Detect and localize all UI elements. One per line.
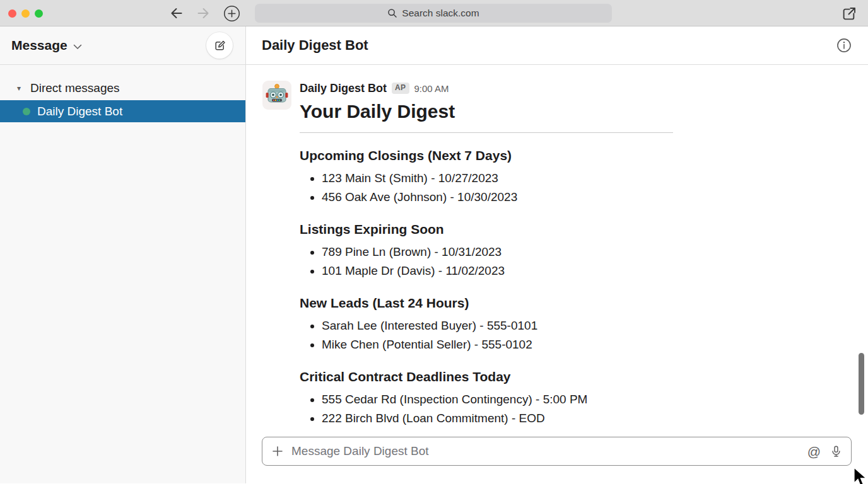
search-placeholder-text: Search slack.com [402, 8, 479, 19]
new-tab-button[interactable] [221, 0, 242, 26]
digest-list: Sarah Lee (Interested Buyer) - 555-0101 … [300, 316, 852, 354]
conversation-pane: Daily Digest Bot [246, 26, 868, 483]
search-icon [387, 8, 397, 18]
digest-section-leads: New Leads (Last 24 Hours) Sarah Lee (Int… [300, 296, 852, 354]
mention-icon[interactable]: @ [807, 445, 821, 458]
content-row: Message ▾ Direct messages Daily Digest B… [0, 26, 868, 483]
direct-messages-section[interactable]: ▾ Direct messages [0, 76, 245, 100]
disclosure-triangle-icon[interactable]: ▾ [17, 84, 21, 93]
sidebar-header: Message [0, 26, 245, 65]
digest-list: 123 Main St (Smith) - 10/27/2023 456 Oak… [300, 169, 852, 207]
message-list[interactable]: Daily Digest Bot AP 9:00 AM Your Daily D… [246, 65, 868, 435]
digest-list: 789 Pine Ln (Brown) - 10/31/2023 101 Map… [300, 243, 852, 280]
compose-icon [213, 39, 226, 52]
open-external-icon [840, 6, 857, 23]
close-window-button[interactable] [8, 9, 16, 18]
list-item: 456 Oak Ave (Johnson) - 10/30/2023 [322, 188, 852, 207]
address-search-bar[interactable]: Search slack.com [255, 4, 612, 23]
list-item: 123 Main St (Smith) - 10/27/2023 [322, 169, 852, 188]
sidebar-item-daily-digest-bot[interactable]: Daily Digest Bot [0, 100, 245, 122]
microphone-icon[interactable] [830, 445, 843, 458]
conversation-info-button[interactable] [835, 37, 853, 54]
message-body: Daily Digest Bot AP 9:00 AM Your Daily D… [300, 81, 852, 428]
list-item: 222 Birch Blvd (Loan Commitment) - EOD [322, 409, 852, 428]
sender-name[interactable]: Daily Digest Bot [300, 82, 387, 95]
robot-icon [264, 83, 290, 108]
dm-group: ▾ Direct messages Daily Digest Bot [0, 65, 245, 122]
digest-section-heading: New Leads (Last 24 Hours) [300, 296, 852, 311]
dm-section-label: Direct messages [30, 81, 120, 95]
list-item: Sarah Lee (Interested Buyer) - 555-0101 [322, 316, 852, 335]
composer: @ [246, 435, 868, 483]
forward-button[interactable] [192, 0, 214, 26]
list-item: 555 Cedar Rd (Inspection Contingency) - … [322, 390, 852, 409]
zoom-window-button[interactable] [35, 9, 43, 18]
sidebar-title[interactable]: Message [11, 38, 67, 53]
digest-section-heading: Upcoming Closings (Next 7 Days) [300, 148, 852, 163]
digest-list: 555 Cedar Rd (Inspection Contingency) - … [300, 390, 852, 428]
message-meta: Daily Digest Bot AP 9:00 AM [300, 81, 852, 96]
message-timestamp[interactable]: 9:00 AM [414, 83, 449, 94]
conversation-header: Daily Digest Bot [246, 26, 868, 65]
sidebar: Message ▾ Direct messages Daily Digest B… [0, 26, 246, 483]
list-item: Mike Chen (Potential Seller) - 555-0102 [322, 335, 852, 354]
minimize-window-button[interactable] [21, 9, 30, 18]
app-badge: AP [392, 83, 409, 93]
info-icon [836, 37, 852, 54]
composer-actions: @ [807, 445, 843, 458]
open-in-browser-button[interactable] [839, 4, 858, 23]
slack-window: Search slack.com Message ▾ Direct messag… [0, 0, 868, 484]
divider [300, 132, 673, 133]
mouse-cursor [852, 467, 868, 484]
titlebar: Search slack.com [0, 0, 868, 26]
traffic-lights [8, 9, 43, 18]
digest-section-expiring: Listings Expiring Soon 789 Pine Ln (Brow… [300, 222, 852, 280]
plus-icon[interactable] [272, 446, 283, 457]
composer-box[interactable]: @ [262, 437, 852, 466]
conversation-title[interactable]: Daily Digest Bot [262, 37, 368, 54]
arrow-left-icon [168, 5, 185, 21]
dm-item-label: Daily Digest Bot [37, 105, 122, 118]
list-item: 101 Maple Dr (Davis) - 11/02/2023 [322, 262, 852, 280]
digest-section-closings: Upcoming Closings (Next 7 Days) 123 Main… [300, 148, 852, 207]
digest-section-deadlines: Critical Contract Deadlines Today 555 Ce… [300, 369, 852, 428]
plus-circle-icon [223, 5, 240, 22]
presence-online-icon [23, 108, 30, 115]
digest-section-heading: Listings Expiring Soon [300, 222, 852, 237]
bot-avatar[interactable] [262, 81, 291, 110]
message-input[interactable] [291, 444, 799, 458]
chevron-down-icon[interactable] [73, 41, 82, 52]
compose-message-button[interactable] [206, 32, 233, 59]
digest-section-heading: Critical Contract Deadlines Today [300, 369, 852, 384]
message: Daily Digest Bot AP 9:00 AM Your Daily D… [262, 81, 852, 428]
back-button[interactable] [166, 0, 187, 26]
digest-title: Your Daily Digest [300, 100, 852, 124]
list-item: 789 Pine Ln (Brown) - 10/31/2023 [322, 243, 852, 262]
scrollbar-thumb[interactable] [859, 353, 864, 415]
arrow-right-icon [195, 5, 211, 21]
